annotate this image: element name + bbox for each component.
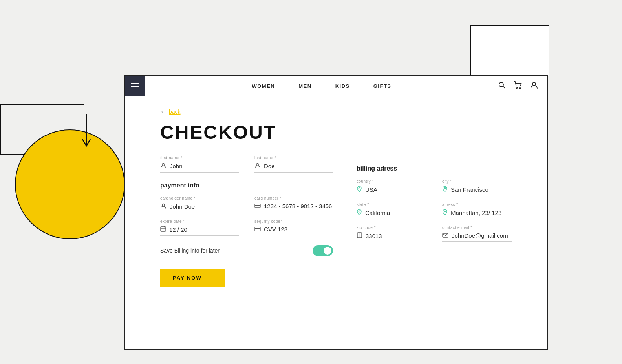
back-link[interactable]: ← back [160,108,512,115]
svg-point-3 [517,88,518,89]
last-name-label: last name * [254,156,333,160]
email-field: contact e-mail * JohnDoe@gmail.com [442,226,512,242]
deco-circle [15,129,125,239]
toggle-track[interactable] [313,245,333,256]
cardholder-row: cardholder name * John Doe [160,196,333,213]
person-icon-2 [254,162,261,170]
back-arrow-icon: ← [160,108,166,115]
nav-kids[interactable]: KIDS [335,83,350,89]
svg-rect-11 [161,227,166,231]
svg-point-7 [256,164,259,166]
hamburger-line-1 [131,83,139,84]
deco-rect-topright-inner [471,26,547,76]
address-value[interactable]: Manhattan, 23/ 123 [442,209,512,219]
nav-links: WOMEN MEN KIDS GIFTS [145,83,498,89]
country-text: USA [365,186,377,193]
city-label: city * [442,179,512,184]
credit-card-icon [254,203,261,209]
country-value[interactable]: USA [357,186,426,196]
email-icon [442,232,448,239]
nav-men[interactable]: MEN [298,83,311,89]
svg-rect-15 [255,227,260,231]
card-number-field: card number * 1234 - 5678 - 9012 - 3456 [254,196,333,213]
country-field: country * USA [357,179,426,196]
country-label: country * [357,179,426,184]
save-billing-row: Save Billing info for later [160,245,333,256]
svg-point-17 [359,187,360,189]
expire-field: expire date * 12 / 20 [160,219,239,236]
hamburger-menu[interactable] [125,76,145,96]
pay-now-arrow-icon: → [207,275,212,281]
pay-now-label: PAY NOW [173,275,202,281]
card-number-text: 1234 - 5678 - 9012 - 3456 [264,203,332,209]
svg-point-8 [162,204,165,206]
last-name-value[interactable]: Doe [254,162,333,173]
navigation: WOMEN MEN KIDS GIFTS [125,76,547,96]
svg-point-18 [444,187,446,189]
zip-label: zip code * [357,226,426,230]
calendar-icon [160,226,166,233]
svg-point-4 [520,88,521,89]
pay-now-button[interactable]: PAY NOW → [160,269,225,287]
svg-point-19 [359,211,360,212]
personal-info-row: first name * John last n [160,156,333,173]
state-pin-icon [357,209,362,217]
state-address-row: state * California adres [357,202,512,219]
zip-icon [357,232,362,239]
city-text: San Francisco [451,186,488,193]
state-value[interactable]: California [357,209,426,219]
address-label: adress * [442,202,512,207]
email-label: contact e-mail * [442,226,512,230]
zip-text: 33013 [366,233,382,239]
save-billing-label: Save Billing info for later [160,248,220,254]
cardholder-label: cardholder name * [160,196,239,200]
card-number-value[interactable]: 1234 - 5678 - 9012 - 3456 [254,203,333,212]
first-name-value[interactable]: John [160,162,239,173]
security-field: sequrity code* CVV 123 [254,219,333,236]
security-card-icon [254,226,261,233]
zip-value[interactable]: 33013 [357,232,426,242]
expire-text: 12 / 20 [169,226,187,233]
search-icon[interactable] [498,81,506,91]
last-name-field: last name * Doe [254,156,333,173]
page-title: CHECKOUT [160,122,512,143]
user-icon[interactable] [530,81,538,91]
nav-gifts[interactable]: GIFTS [373,83,391,89]
card-number-label: card number * [254,196,333,200]
svg-point-1 [499,82,503,87]
svg-line-2 [503,86,505,88]
cardholder-value[interactable]: John Doe [160,203,239,213]
first-name-text: John [170,163,183,169]
payment-section-title: payment info [160,182,333,189]
save-billing-toggle[interactable] [313,245,333,256]
expire-security-row: expire date * 12 / 20 [160,219,333,236]
back-label: back [169,109,181,115]
toggle-knob [324,247,331,255]
state-field: state * California [357,202,426,219]
first-name-field: first name * John [160,156,239,173]
zip-field: zip code * 33013 [357,226,426,242]
email-value[interactable]: JohnDoe@gmail.com [442,232,512,242]
cart-icon[interactable] [514,81,522,91]
first-name-label: first name * [160,156,239,160]
address-text: Manhattan, 23/ 123 [451,209,501,216]
security-value[interactable]: CVV 123 [254,226,333,235]
deco-arrow [80,114,92,153]
left-column: first name * John last n [160,156,333,287]
address-field: adress * Manhattan, 23/ 123 [442,202,512,219]
cardholder-field: cardholder name * John Doe [160,196,239,213]
card-person-icon [160,203,166,210]
city-value[interactable]: San Francisco [442,186,512,196]
svg-rect-9 [255,204,260,208]
nav-icons [498,81,547,91]
last-name-text: Doe [264,163,275,169]
email-text: JohnDoe@gmail.com [452,232,508,239]
expire-value[interactable]: 12 / 20 [160,226,239,236]
cardholder-text: John Doe [170,203,195,210]
security-text: CVV 123 [264,226,287,233]
nav-women[interactable]: WOMEN [252,83,275,89]
state-text: California [365,209,390,216]
hamburger-line-3 [131,89,139,89]
city-pin-icon [442,186,448,193]
country-city-row: country * USA city * [357,179,512,196]
